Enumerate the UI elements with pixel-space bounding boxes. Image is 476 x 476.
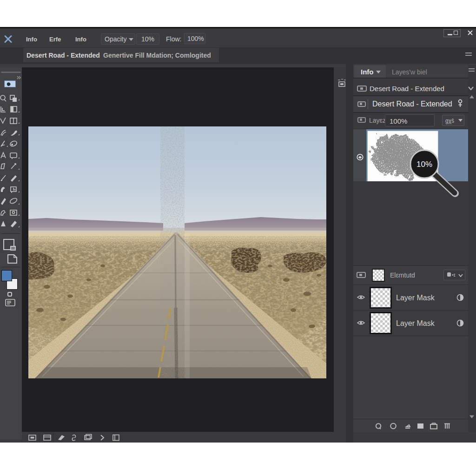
svg-text:10%: 10% bbox=[416, 160, 432, 169]
